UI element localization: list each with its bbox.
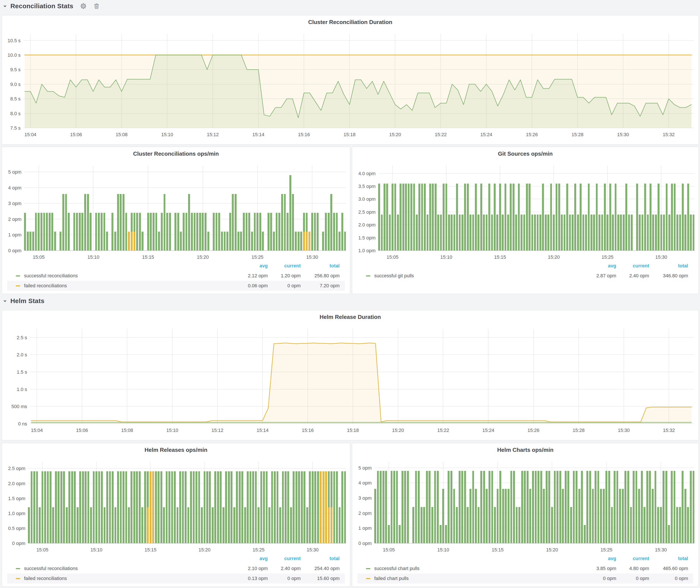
- successful reconciliations-bar: [63, 471, 65, 543]
- legend-column-avg[interactable]: avg: [608, 556, 616, 561]
- cluster-reconciliation-duration-chart[interactable]: 7.5 s8.0 s8.5 s9.0 s9.5 s10.0 s10.5 s15:…: [2, 15, 698, 144]
- legend-series-name[interactable]: failed reconciliations: [24, 573, 67, 583]
- legend-column-avg[interactable]: avg: [608, 263, 616, 269]
- legend-column-total[interactable]: total: [678, 263, 688, 269]
- successful chart pulls-bar: [559, 471, 561, 543]
- x-tick-label: 15:18: [344, 132, 355, 137]
- legend-column-current[interactable]: current: [284, 263, 301, 269]
- helm-charts-ops-chart[interactable]: 0 opm1 opm2 opm3 opm4 opm5 opm15:0515:10…: [352, 443, 698, 586]
- successful reconciliations-bar: [309, 471, 311, 543]
- legend-series-name[interactable]: successful git pulls: [374, 271, 414, 281]
- successful reconciliations-bar: [131, 213, 133, 232]
- legend-series-name[interactable]: failed chart pulls: [374, 573, 409, 583]
- x-tick-label: 15:25: [253, 547, 265, 552]
- legend-column-current[interactable]: current: [284, 556, 301, 561]
- successful reconciliations-bar: [260, 471, 262, 543]
- successful reconciliations-bar: [133, 471, 135, 543]
- panel-title[interactable]: Git Sources ops/min: [352, 150, 698, 157]
- legend-column-avg[interactable]: avg: [260, 263, 268, 269]
- panel-title[interactable]: Cluster Reconciliations ops/min: [2, 150, 350, 157]
- successful git pulls-bar: [558, 184, 560, 250]
- git-sources-ops-chart[interactable]: 1.0 opm1.5 opm2.0 opm2.5 opm3.0 opm3.5 o…: [352, 147, 698, 294]
- helm-release-duration-chart[interactable]: 0 ns500 ms1.0 s1.5 s2.0 s2.5 s15:0415:06…: [2, 310, 698, 440]
- successful reconciliations-bar: [182, 471, 184, 543]
- successful reconciliations-bar: [287, 471, 289, 543]
- successful git pulls-bar: [601, 215, 603, 250]
- y-tick-label: 1.0 opm: [358, 248, 376, 253]
- line-series: [25, 55, 691, 128]
- successful git pulls-bar: [389, 215, 391, 250]
- successful reconciliations-bar: [276, 213, 278, 250]
- successful git pulls-bar: [553, 215, 555, 250]
- successful git pulls-bar: [639, 215, 641, 250]
- panel-title[interactable]: Cluster Reconciliation Duration: [2, 19, 698, 26]
- x-tick-label: 15:15: [494, 254, 506, 260]
- gear-icon[interactable]: [80, 3, 87, 10]
- helm-releases-ops-chart[interactable]: 0 opm0.5 opm1.0 opm1.5 opm2.0 opm2.5 opm…: [2, 443, 350, 586]
- legend-row: successful reconciliations2.10 opm2.40 o…: [7, 564, 345, 573]
- successful git pulls-bar: [477, 215, 479, 250]
- legend-column-total[interactable]: total: [678, 556, 688, 561]
- legend-series-name[interactable]: successful chart pulls: [374, 564, 419, 573]
- successful reconciliations-bar: [117, 194, 119, 250]
- section-title[interactable]: Helm Stats: [10, 297, 44, 305]
- trash-icon[interactable]: [93, 3, 100, 9]
- panel-title[interactable]: Helm Releases ops/min: [2, 447, 350, 453]
- legend-column-current[interactable]: current: [633, 556, 649, 561]
- legend-column-total[interactable]: total: [330, 263, 340, 269]
- x-tick-label: 15:14: [252, 132, 264, 137]
- legend-header: avgcurrenttotal: [7, 261, 345, 271]
- successful reconciliations-bar: [109, 471, 111, 543]
- successful reconciliations-bar: [247, 471, 249, 543]
- successful reconciliations-bar: [74, 471, 76, 543]
- successful reconciliations-bar: [331, 471, 332, 507]
- successful reconciliations-bar: [240, 232, 242, 250]
- successful reconciliations-bar: [43, 213, 45, 250]
- successful reconciliations-bar: [221, 232, 223, 250]
- chevron-down-icon[interactable]: [2, 3, 8, 9]
- legend-column-avg[interactable]: avg: [260, 556, 268, 561]
- successful git pulls-bar: [561, 215, 563, 250]
- x-tick-label: 15:08: [121, 428, 133, 433]
- successful reconciliations-bar: [33, 471, 35, 543]
- legend-series-name[interactable]: failed reconciliations: [24, 281, 67, 291]
- legend-series-name[interactable]: successful reconciliations: [24, 271, 78, 281]
- legend-series-name[interactable]: successful reconciliations: [24, 564, 78, 573]
- failed reconciliations-bar: [147, 507, 149, 543]
- successful chart pulls-bar: [505, 489, 507, 543]
- successful reconciliations-bar: [62, 194, 64, 250]
- legend-column-current[interactable]: current: [633, 263, 649, 269]
- successful reconciliations-bar: [101, 471, 103, 543]
- section-header-reconciliation-stats[interactable]: Reconciliation Stats: [2, 1, 100, 11]
- successful reconciliations-bar: [193, 471, 195, 543]
- successful reconciliations-bar: [158, 471, 160, 543]
- legend-column-total[interactable]: total: [330, 556, 340, 561]
- successful chart pulls-bar: [660, 507, 662, 543]
- successful reconciliations-bar: [298, 232, 300, 250]
- successful chart pulls-bar: [565, 471, 567, 543]
- successful reconciliations-bar: [112, 471, 114, 543]
- x-tick-label: 15:04: [31, 428, 43, 433]
- cluster-reconciliations-ops-chart[interactable]: 0 opm1 opm2 opm3 opm4 opm5 opm15:0515:10…: [2, 147, 350, 294]
- successful chart pulls-bar: [546, 471, 548, 543]
- successful git pulls-bar: [464, 184, 466, 250]
- successful reconciliations-bar: [24, 213, 26, 250]
- successful chart pulls-bar: [508, 489, 510, 543]
- helm-release-duration-canvas[interactable]: 0 ns500 ms1.0 s1.5 s2.0 s2.5 s15:0415:06…: [2, 310, 698, 440]
- panel-title[interactable]: Helm Charts ops/min: [352, 447, 698, 453]
- successful chart pulls-bar: [399, 525, 401, 543]
- successful reconciliations-bar: [213, 213, 215, 250]
- section-title[interactable]: Reconciliation Stats: [10, 2, 73, 10]
- successful reconciliations-bar: [101, 213, 103, 250]
- successful chart pulls-bar: [622, 489, 624, 543]
- panel-title[interactable]: Helm Release Duration: [2, 314, 698, 320]
- successful reconciliations-bar: [204, 471, 206, 543]
- successful git pulls-bar: [564, 215, 566, 250]
- successful chart pulls-bar: [450, 471, 452, 543]
- successful reconciliations-bar: [139, 471, 141, 543]
- x-tick-label: 15:10: [437, 547, 449, 552]
- chevron-down-icon[interactable]: [2, 298, 8, 304]
- section-header-helm-stats[interactable]: Helm Stats: [2, 296, 44, 306]
- cluster-reconciliation-duration-canvas[interactable]: 7.5 s8.0 s8.5 s9.0 s9.5 s10.0 s10.5 s15:…: [2, 15, 698, 144]
- successful reconciliations-bar: [209, 471, 211, 543]
